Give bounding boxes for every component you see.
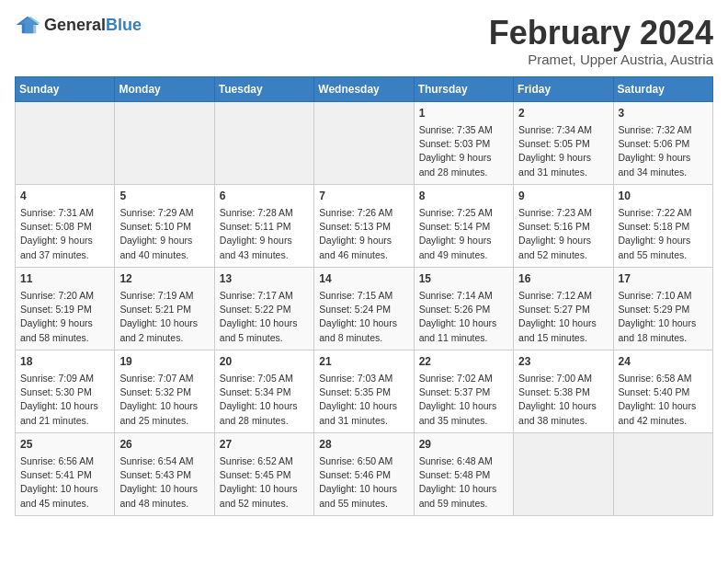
calendar-cell: 16Sunrise: 7:12 AMSunset: 5:27 PMDayligh… <box>514 267 613 350</box>
calendar-cell <box>16 101 115 184</box>
day-info: Sunrise: 7:19 AMSunset: 5:21 PMDaylight:… <box>119 289 209 345</box>
day-info: Sunrise: 7:29 AMSunset: 5:10 PMDaylight:… <box>119 206 209 262</box>
calendar-cell: 27Sunrise: 6:52 AMSunset: 5:45 PMDayligh… <box>214 432 313 515</box>
day-number: 27 <box>220 437 309 453</box>
day-info: Sunrise: 6:52 AMSunset: 5:45 PMDaylight:… <box>220 454 309 511</box>
logo-text-general: General <box>44 16 106 34</box>
day-number: 3 <box>619 106 708 121</box>
calendar-cell <box>613 432 712 515</box>
day-info: Sunrise: 7:20 AMSunset: 5:19 PMDaylight:… <box>20 289 109 345</box>
calendar-cell: 5Sunrise: 7:29 AMSunset: 5:10 PMDaylight… <box>115 184 214 267</box>
day-number: 1 <box>419 106 508 121</box>
calendar-cell: 11Sunrise: 7:20 AMSunset: 5:19 PMDayligh… <box>16 267 115 350</box>
header-day-wednesday: Wednesday <box>314 76 414 101</box>
page-subtitle: Pramet, Upper Austria, Austria <box>489 52 713 67</box>
header-day-monday: Monday <box>115 76 214 101</box>
calendar-cell: 21Sunrise: 7:03 AMSunset: 5:35 PMDayligh… <box>314 350 414 432</box>
day-info: Sunrise: 7:31 AMSunset: 5:08 PMDaylight:… <box>20 206 109 262</box>
header-day-saturday: Saturday <box>613 76 712 101</box>
day-info: Sunrise: 7:35 AMSunset: 5:03 PMDaylight:… <box>419 123 508 179</box>
header-day-friday: Friday <box>514 76 613 101</box>
header-day-thursday: Thursday <box>414 76 513 101</box>
week-row-1: 1Sunrise: 7:35 AMSunset: 5:03 PMDaylight… <box>16 101 713 184</box>
day-number: 24 <box>619 354 708 370</box>
day-info: Sunrise: 7:23 AMSunset: 5:16 PMDaylight:… <box>518 206 608 262</box>
calendar-cell: 19Sunrise: 7:07 AMSunset: 5:32 PMDayligh… <box>115 350 214 432</box>
day-number: 18 <box>20 354 109 370</box>
logo-text-blue: Blue <box>106 16 142 34</box>
day-info: Sunrise: 6:54 AMSunset: 5:43 PMDaylight:… <box>119 454 209 511</box>
calendar-body: 1Sunrise: 7:35 AMSunset: 5:03 PMDaylight… <box>16 101 713 515</box>
calendar-cell: 23Sunrise: 7:00 AMSunset: 5:38 PMDayligh… <box>514 350 613 432</box>
calendar-cell: 24Sunrise: 6:58 AMSunset: 5:40 PMDayligh… <box>613 350 712 432</box>
day-info: Sunrise: 7:12 AMSunset: 5:27 PMDaylight:… <box>518 289 608 345</box>
day-info: Sunrise: 7:05 AMSunset: 5:34 PMDaylight:… <box>220 372 309 428</box>
week-row-2: 4Sunrise: 7:31 AMSunset: 5:08 PMDaylight… <box>16 184 713 267</box>
day-info: Sunrise: 7:32 AMSunset: 5:06 PMDaylight:… <box>619 123 708 179</box>
calendar-cell: 26Sunrise: 6:54 AMSunset: 5:43 PMDayligh… <box>115 432 214 515</box>
day-number: 7 <box>319 189 408 204</box>
week-row-5: 25Sunrise: 6:56 AMSunset: 5:41 PMDayligh… <box>16 432 713 515</box>
day-number: 17 <box>619 271 708 287</box>
day-info: Sunrise: 7:22 AMSunset: 5:18 PMDaylight:… <box>619 206 708 262</box>
day-number: 9 <box>518 189 608 204</box>
day-number: 14 <box>319 271 408 287</box>
calendar-cell: 10Sunrise: 7:22 AMSunset: 5:18 PMDayligh… <box>613 184 712 267</box>
day-info: Sunrise: 7:09 AMSunset: 5:30 PMDaylight:… <box>20 372 109 428</box>
day-info: Sunrise: 7:26 AMSunset: 5:13 PMDaylight:… <box>319 206 408 262</box>
logo-icon <box>15 15 40 35</box>
calendar-cell: 4Sunrise: 7:31 AMSunset: 5:08 PMDaylight… <box>16 184 115 267</box>
calendar-cell <box>314 101 414 184</box>
day-number: 15 <box>419 271 508 287</box>
calendar-cell: 25Sunrise: 6:56 AMSunset: 5:41 PMDayligh… <box>16 432 115 515</box>
title-area: February 2024 Pramet, Upper Austria, Aus… <box>489 15 713 67</box>
day-number: 16 <box>518 271 608 287</box>
day-info: Sunrise: 7:28 AMSunset: 5:11 PMDaylight:… <box>220 206 309 262</box>
day-info: Sunrise: 7:15 AMSunset: 5:24 PMDaylight:… <box>319 289 408 345</box>
day-number: 6 <box>220 189 309 204</box>
day-number: 8 <box>419 189 508 204</box>
calendar-cell: 1Sunrise: 7:35 AMSunset: 5:03 PMDaylight… <box>414 101 513 184</box>
day-number: 12 <box>119 271 209 287</box>
day-info: Sunrise: 6:58 AMSunset: 5:40 PMDaylight:… <box>619 372 708 428</box>
day-info: Sunrise: 7:25 AMSunset: 5:14 PMDaylight:… <box>419 206 508 262</box>
day-number: 10 <box>619 189 708 204</box>
day-info: Sunrise: 7:34 AMSunset: 5:05 PMDaylight:… <box>518 123 608 179</box>
calendar-cell: 3Sunrise: 7:32 AMSunset: 5:06 PMDaylight… <box>613 101 712 184</box>
day-number: 23 <box>518 354 608 370</box>
calendar-cell: 2Sunrise: 7:34 AMSunset: 5:05 PMDaylight… <box>514 101 613 184</box>
day-number: 11 <box>20 271 109 287</box>
day-number: 29 <box>419 437 508 453</box>
header: GeneralBlue February 2024 Pramet, Upper … <box>15 15 713 67</box>
calendar-cell: 29Sunrise: 6:48 AMSunset: 5:48 PMDayligh… <box>414 432 513 515</box>
day-number: 26 <box>119 437 209 453</box>
calendar-cell: 7Sunrise: 7:26 AMSunset: 5:13 PMDaylight… <box>314 184 414 267</box>
day-number: 5 <box>119 189 209 204</box>
day-number: 4 <box>20 189 109 204</box>
calendar-cell: 9Sunrise: 7:23 AMSunset: 5:16 PMDaylight… <box>514 184 613 267</box>
calendar-cell <box>214 101 313 184</box>
day-info: Sunrise: 7:02 AMSunset: 5:37 PMDaylight:… <box>419 372 508 428</box>
calendar-header: SundayMondayTuesdayWednesdayThursdayFrid… <box>16 76 713 101</box>
day-number: 20 <box>220 354 309 370</box>
header-day-tuesday: Tuesday <box>214 76 313 101</box>
day-info: Sunrise: 6:56 AMSunset: 5:41 PMDaylight:… <box>20 454 109 511</box>
calendar-cell <box>514 432 613 515</box>
page-title: February 2024 <box>489 15 713 52</box>
calendar-cell: 17Sunrise: 7:10 AMSunset: 5:29 PMDayligh… <box>613 267 712 350</box>
day-info: Sunrise: 7:17 AMSunset: 5:22 PMDaylight:… <box>220 289 309 345</box>
calendar-cell: 13Sunrise: 7:17 AMSunset: 5:22 PMDayligh… <box>214 267 313 350</box>
calendar-cell: 20Sunrise: 7:05 AMSunset: 5:34 PMDayligh… <box>214 350 313 432</box>
day-number: 25 <box>20 437 109 453</box>
day-info: Sunrise: 6:48 AMSunset: 5:48 PMDaylight:… <box>419 454 508 511</box>
logo: GeneralBlue <box>15 15 142 35</box>
day-number: 21 <box>319 354 408 370</box>
calendar-cell: 18Sunrise: 7:09 AMSunset: 5:30 PMDayligh… <box>16 350 115 432</box>
header-row: SundayMondayTuesdayWednesdayThursdayFrid… <box>16 76 713 101</box>
calendar-cell: 28Sunrise: 6:50 AMSunset: 5:46 PMDayligh… <box>314 432 414 515</box>
header-day-sunday: Sunday <box>16 76 115 101</box>
calendar-cell: 22Sunrise: 7:02 AMSunset: 5:37 PMDayligh… <box>414 350 513 432</box>
calendar-cell: 12Sunrise: 7:19 AMSunset: 5:21 PMDayligh… <box>115 267 214 350</box>
day-number: 13 <box>220 271 309 287</box>
calendar-cell: 6Sunrise: 7:28 AMSunset: 5:11 PMDaylight… <box>214 184 313 267</box>
